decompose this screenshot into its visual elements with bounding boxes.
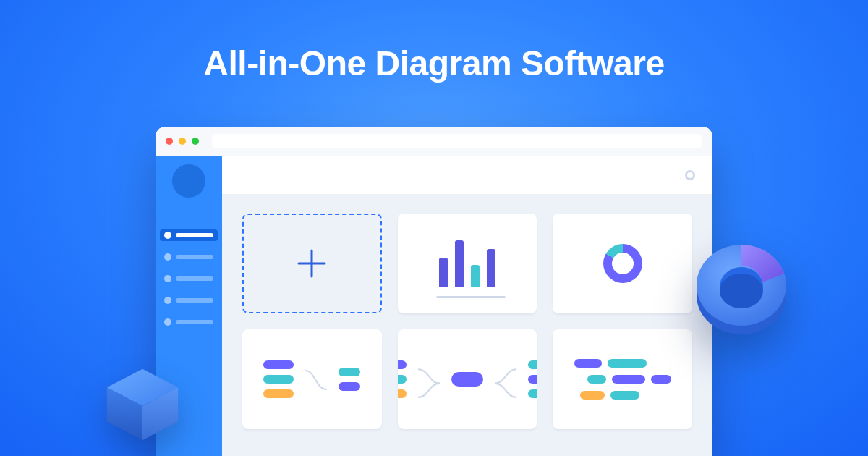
nav-dot-icon xyxy=(164,275,171,282)
bar xyxy=(651,375,671,384)
new-diagram-card[interactable] xyxy=(242,214,382,313)
top-toolbar xyxy=(222,156,712,195)
bar-chart-icon xyxy=(439,240,495,287)
sidebar-item-4[interactable] xyxy=(160,295,218,306)
app-window xyxy=(156,127,712,456)
sidebar-item-2[interactable] xyxy=(160,251,218,263)
connector-line xyxy=(418,366,440,392)
bar xyxy=(608,359,647,368)
node xyxy=(398,389,407,398)
node xyxy=(528,360,537,369)
decorative-cube-3d xyxy=(100,360,185,446)
donut-chart-card[interactable] xyxy=(553,214,692,313)
nav-label-placeholder xyxy=(176,298,213,303)
bar-chart-card[interactable] xyxy=(398,214,537,313)
bar xyxy=(574,359,602,368)
node xyxy=(528,389,537,398)
node xyxy=(398,360,407,369)
node xyxy=(263,360,294,369)
center-node xyxy=(451,372,483,387)
window-body xyxy=(156,156,712,456)
bar xyxy=(580,391,605,400)
hero-title: All-in-One Diagram Software xyxy=(0,43,868,83)
bar xyxy=(610,391,639,400)
gantt-icon xyxy=(574,359,671,400)
node xyxy=(398,375,407,384)
connector-line xyxy=(305,366,327,392)
node xyxy=(263,389,294,398)
svg-point-5 xyxy=(720,274,763,308)
bar xyxy=(487,249,495,287)
address-bar[interactable] xyxy=(212,134,702,148)
decorative-donut-3d xyxy=(687,233,796,342)
node xyxy=(339,382,360,391)
profile-icon[interactable] xyxy=(685,170,695,180)
bar xyxy=(439,258,448,287)
donut-chart-icon xyxy=(603,244,642,283)
mindmap-icon xyxy=(398,360,537,398)
nav-dot-icon xyxy=(164,297,171,304)
nav-label-placeholder xyxy=(176,276,213,281)
sidebar-item-1[interactable] xyxy=(160,229,218,241)
node xyxy=(263,375,294,384)
sidebar-item-3[interactable] xyxy=(160,273,218,284)
flowchart-icon xyxy=(263,360,360,398)
axis-line xyxy=(436,296,506,298)
gantt-card[interactable] xyxy=(553,329,692,429)
template-grid xyxy=(222,195,712,448)
sidebar-item-5[interactable] xyxy=(160,316,218,328)
bar xyxy=(455,240,464,287)
maximize-icon[interactable] xyxy=(192,138,199,145)
sidebar-nav xyxy=(176,229,202,328)
flowchart-card[interactable] xyxy=(242,329,382,429)
minimize-icon[interactable] xyxy=(179,138,186,145)
avatar[interactable] xyxy=(172,164,205,198)
bar xyxy=(587,375,606,384)
bar xyxy=(471,265,480,287)
mindmap-card[interactable] xyxy=(398,329,537,429)
node xyxy=(528,375,537,384)
node xyxy=(339,368,360,376)
window-titlebar xyxy=(156,127,712,156)
nav-dot-icon xyxy=(164,232,171,239)
main-content xyxy=(222,156,712,456)
plus-icon xyxy=(296,248,328,279)
nav-label-placeholder xyxy=(176,255,213,259)
bar xyxy=(612,375,645,384)
nav-label-placeholder xyxy=(176,233,213,237)
nav-dot-icon xyxy=(164,253,171,261)
close-icon[interactable] xyxy=(166,138,173,145)
nav-label-placeholder xyxy=(176,320,213,324)
connector-line xyxy=(495,366,516,392)
nav-dot-icon xyxy=(164,318,171,326)
